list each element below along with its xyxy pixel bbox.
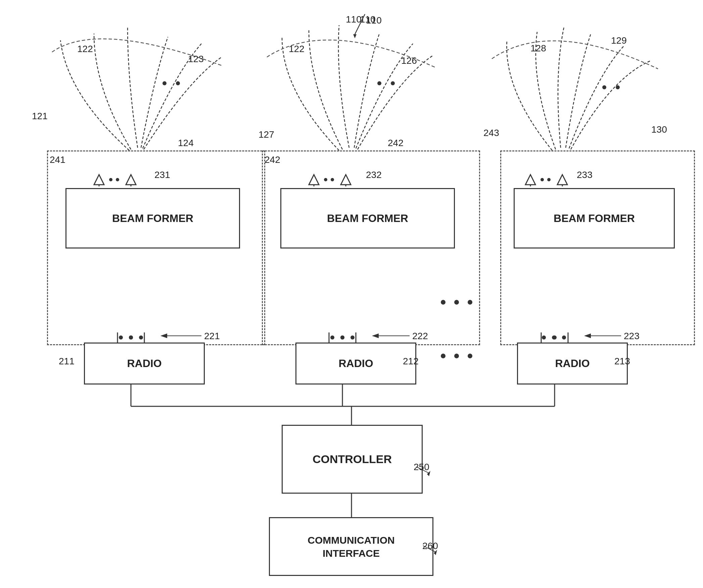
label-127: 127: [259, 129, 274, 140]
svg-line-60: [355, 14, 365, 34]
label-242b: 242: [265, 154, 280, 165]
dots-connector-mid: [326, 331, 366, 344]
svg-point-12: [454, 354, 459, 358]
label-222: 222: [412, 331, 428, 342]
diagram: 110 BEAM FORMER BEAM FORMER BEAM FORMER …: [0, 0, 703, 588]
svg-point-36: [116, 178, 119, 181]
radio-1: RADIO: [84, 343, 205, 385]
svg-point-5: [391, 81, 395, 85]
svg-point-11: [441, 354, 446, 358]
svg-point-52: [129, 335, 133, 340]
arrow-250: [413, 457, 433, 477]
label-223: 223: [624, 331, 640, 342]
svg-marker-65: [434, 550, 437, 555]
label-130: 130: [651, 124, 667, 135]
svg-point-3: [176, 81, 180, 85]
label-122a: 122: [77, 44, 93, 54]
svg-marker-39: [309, 175, 319, 185]
svg-marker-49: [557, 175, 567, 185]
svg-point-47: [541, 178, 544, 181]
dots-connector-left: [114, 331, 154, 344]
label-121: 121: [32, 111, 48, 122]
antenna-group-231: [87, 168, 161, 186]
label-129: 129: [611, 35, 627, 46]
radio-2: RADIO: [295, 343, 416, 385]
label-212: 212: [403, 356, 419, 367]
label-124: 124: [178, 138, 194, 148]
label-232: 232: [366, 170, 382, 180]
svg-line-62: [416, 467, 430, 473]
label-241: 241: [50, 154, 65, 165]
comm-interface-box: COMMUNICATION INTERFACE: [269, 517, 433, 576]
svg-marker-61: [353, 34, 357, 38]
radio-3: RADIO: [517, 343, 628, 385]
dots-connector-right: [537, 331, 577, 344]
label-128: 128: [530, 43, 546, 54]
svg-point-58: [552, 335, 556, 340]
controller-box: CONTROLLER: [282, 425, 423, 494]
label-126: 126: [401, 55, 417, 66]
label-123: 123: [188, 54, 204, 64]
antenna-group-232: [302, 168, 376, 186]
svg-line-64: [423, 546, 436, 552]
svg-point-35: [109, 178, 112, 181]
svg-marker-63: [427, 471, 430, 476]
svg-point-6: [602, 85, 606, 89]
label-233: 233: [577, 170, 593, 180]
svg-point-54: [330, 335, 334, 340]
svg-point-57: [542, 335, 546, 340]
label-213: 213: [614, 356, 630, 367]
svg-point-7: [616, 85, 620, 89]
svg-point-55: [340, 335, 344, 340]
svg-point-51: [119, 335, 123, 340]
svg-point-59: [562, 335, 566, 340]
label-243: 243: [483, 128, 499, 138]
svg-point-56: [350, 335, 355, 340]
svg-point-41: [324, 178, 327, 181]
label-242: 242: [388, 138, 404, 148]
arrow-260: [420, 536, 440, 556]
svg-marker-45: [525, 175, 535, 185]
svg-marker-37: [126, 175, 136, 185]
svg-point-13: [468, 354, 472, 358]
svg-marker-43: [341, 175, 351, 185]
svg-marker-33: [94, 175, 104, 185]
svg-point-2: [162, 81, 167, 85]
svg-point-53: [139, 335, 143, 340]
label-110b: 110: [366, 15, 382, 26]
label-231: 231: [154, 170, 170, 180]
label-122b: 122: [289, 44, 304, 54]
svg-point-4: [377, 81, 381, 85]
svg-point-48: [547, 178, 551, 181]
beamformer-1: BEAM FORMER: [65, 188, 240, 248]
beamformer-3: BEAM FORMER: [514, 188, 675, 248]
svg-point-42: [331, 178, 334, 181]
label-221: 221: [204, 331, 220, 342]
beamformer-2: BEAM FORMER: [280, 188, 455, 248]
label-211: 211: [59, 356, 75, 367]
